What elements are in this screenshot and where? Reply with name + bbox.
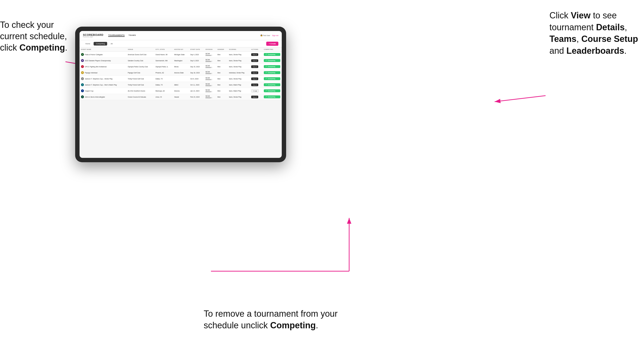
- competing-badge[interactable]: ✓ Competing: [264, 71, 280, 74]
- check-icon: ✓: [266, 90, 267, 92]
- cell-competing[interactable]: ✓ Competing: [262, 52, 282, 58]
- cell-start-date: Sep 9, 2023: [189, 58, 204, 64]
- tab-all[interactable]: All: [108, 42, 115, 45]
- cell-start-date: Sep 15, 2023: [189, 64, 204, 70]
- cell-competing[interactable]: ✓ Competing: [262, 64, 282, 70]
- table-row: FFolds of Honor CollegiateAmerican Dunes…: [80, 52, 282, 58]
- competing-badge[interactable]: ✓ Competing: [264, 95, 280, 98]
- view-button[interactable]: View ℹ: [251, 96, 258, 98]
- col-venue: VENUE: [126, 47, 154, 52]
- cell-competing[interactable]: ✓ Competing: [262, 82, 282, 88]
- view-button[interactable]: View ℹ: [251, 53, 258, 56]
- nav-tournaments[interactable]: TOURNAMENTS: [108, 34, 125, 37]
- filter-bar: Home Competing All + Create: [80, 40, 282, 47]
- create-button[interactable]: + Create: [266, 42, 278, 46]
- cell-scoring: team, Stroke Play: [228, 58, 250, 64]
- annotation-left-bold: Competing: [20, 43, 65, 52]
- cell-start-date: Oct 11, 2023: [189, 82, 204, 88]
- table-row: IOFCC Fighting Illini InvitationalOlympi…: [80, 64, 282, 70]
- cell-hosted-by: [173, 76, 189, 82]
- annotation-right-details: Details: [596, 22, 624, 32]
- logo-sub-text: Powered by clippd: [83, 36, 103, 37]
- event-name-text: Papago Individual: [85, 72, 98, 74]
- edit-button[interactable]: ✏ Edit: [251, 89, 259, 93]
- cell-actions[interactable]: View ℹ: [250, 76, 262, 82]
- view-button[interactable]: View ℹ: [251, 77, 258, 80]
- cell-event-name: IOFCC Fighting Illini Invitational: [80, 64, 126, 70]
- competing-badge[interactable]: ✓ Competing: [264, 59, 280, 62]
- cell-actions[interactable]: View ℹ: [250, 70, 262, 76]
- cell-actions[interactable]: View ℹ: [250, 52, 262, 58]
- cell-division: NCAADivision I: [204, 58, 216, 64]
- competing-badge[interactable]: ✓ Competing: [264, 77, 280, 80]
- team-logo: W: [81, 59, 84, 62]
- cell-actions[interactable]: View ℹ: [250, 64, 262, 70]
- cell-actions[interactable]: ✏ Edit: [250, 88, 262, 94]
- tab-competing[interactable]: Competing: [94, 42, 107, 45]
- cell-competing[interactable]: ✓ Competing: [262, 58, 282, 64]
- competing-badge[interactable]: ✓ Competing: [264, 89, 280, 92]
- table-row: JJackson T. Stephens Cup – Stroke PlayTr…: [80, 76, 282, 82]
- cell-competing[interactable]: ✓ Competing: [262, 70, 282, 76]
- cell-city-state: Grand Haven, MI: [154, 52, 173, 58]
- check-icon: ✓: [266, 78, 267, 80]
- table-row: ACopper CupAk-Chin Southern DunesMaricop…: [80, 88, 282, 94]
- user-label: 🧑 Test User: [260, 35, 270, 36]
- signout-link[interactable]: Sign out: [272, 35, 278, 36]
- division-text: NCAADivision I: [206, 65, 212, 68]
- cell-hosted-by: Arizona State: [173, 70, 189, 76]
- cell-gender: Men: [216, 70, 228, 76]
- col-actions: ACTIONS: [250, 47, 262, 52]
- cell-actions[interactable]: View ℹ: [250, 82, 262, 88]
- competing-badge[interactable]: ✓ Competing: [264, 83, 280, 86]
- team-logo: J: [81, 83, 84, 86]
- cell-gender: Men: [216, 58, 228, 64]
- cell-city-state: Lihue, HI: [154, 94, 173, 100]
- cell-actions[interactable]: View ℹ: [250, 58, 262, 64]
- cell-city-state: Olympia Fields, IL: [154, 64, 173, 70]
- cell-hosted-by: Michigan State: [173, 52, 189, 58]
- tab-home[interactable]: Home: [83, 42, 92, 45]
- col-start-date: START DATE: [189, 47, 204, 52]
- annotation-bottom-competing: Competing: [270, 320, 316, 330]
- cell-competing[interactable]: ✓ Competing: [262, 76, 282, 82]
- cell-hosted-by: Arizona: [173, 88, 189, 94]
- view-button[interactable]: View ℹ: [251, 65, 258, 68]
- cell-venue: Papago Golf Club: [126, 70, 154, 76]
- cell-scoring: team, Stroke Play: [228, 64, 250, 70]
- annotation-right-course: Course Setup: [581, 34, 638, 44]
- event-name-text: John A. Burns Intercollegiate: [85, 96, 105, 98]
- cell-venue: Trinity Forest Golf Club: [126, 76, 154, 82]
- logo-main-text: SCOREBOARD: [83, 34, 103, 36]
- cell-actions[interactable]: View ℹ: [250, 94, 262, 100]
- cell-hosted-by: Illinois: [173, 64, 189, 70]
- cell-competing[interactable]: ✓ Competing: [262, 94, 282, 100]
- annotation-bottom: To remove a tournament from your schedul…: [204, 308, 374, 332]
- cell-venue: Ocean Course At Hokuala: [126, 94, 154, 100]
- view-button[interactable]: View ℹ: [251, 59, 258, 62]
- cell-competing[interactable]: ✓ Competing: [262, 88, 282, 94]
- cell-hosted-by: Washington: [173, 58, 189, 64]
- cell-venue: Trinity Forest Golf Club: [126, 82, 154, 88]
- competing-badge[interactable]: ✓ Competing: [264, 53, 280, 56]
- cell-scoring: team, Stroke Play: [228, 76, 250, 82]
- app-header: SCOREBOARD Powered by clippd TOURNAMENTS…: [80, 31, 282, 40]
- header-right: 🧑 Test User Sign out: [260, 35, 278, 36]
- cell-scoring: team, Match Play: [228, 82, 250, 88]
- cell-event-name: FFolds of Honor Collegiate: [80, 52, 126, 58]
- svg-line-3: [495, 96, 546, 102]
- competing-badge[interactable]: ✓ Competing: [264, 65, 280, 68]
- table-row: W2023 Sahalee Players ChampionshipSahale…: [80, 58, 282, 64]
- col-competing: COMPETING: [262, 47, 282, 52]
- cell-start-date: Jan 14, 2024: [189, 88, 204, 94]
- nav-teams[interactable]: TEAMS: [128, 34, 136, 37]
- table-container: EVENT NAME VENUE CITY, STATE HOSTED BY S…: [80, 47, 282, 155]
- division-text: NCAADivision I: [206, 71, 212, 74]
- view-button[interactable]: View ℹ: [251, 84, 258, 86]
- event-name-text: Jackson T. Stephens Cup – Stroke Play: [85, 78, 112, 80]
- col-city-state: CITY, STATE: [154, 47, 173, 52]
- annotation-right-view: View: [571, 10, 590, 20]
- view-button[interactable]: View ℹ: [251, 71, 258, 74]
- cell-city-state: Dallas, TX: [154, 76, 173, 82]
- check-icon: ✓: [266, 60, 267, 61]
